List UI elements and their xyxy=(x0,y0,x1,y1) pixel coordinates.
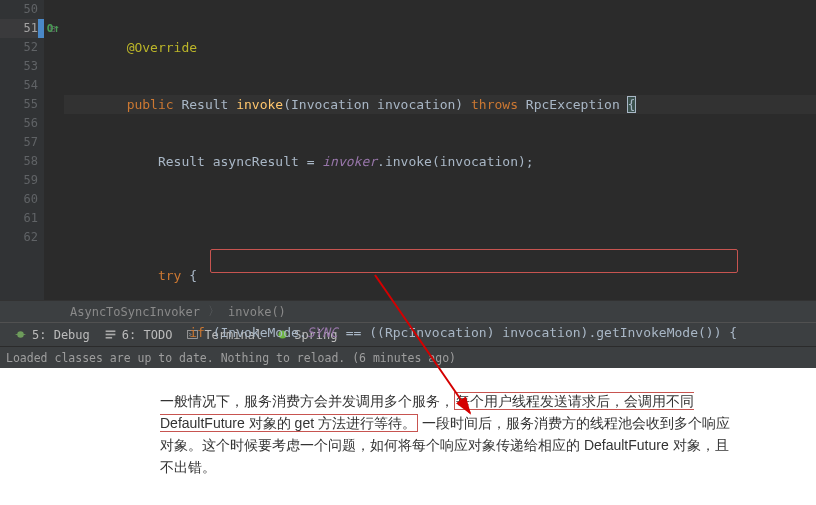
line-number: 62 xyxy=(0,228,38,247)
line-number: 59 xyxy=(0,171,38,190)
line-number: 54 xyxy=(0,76,38,95)
line-number: 57 xyxy=(0,133,38,152)
svg-point-0 xyxy=(17,331,24,338)
line-number: 56 xyxy=(0,114,38,133)
line-number: 51 xyxy=(0,19,38,38)
annotation: @Override xyxy=(127,40,197,55)
line-gutter: 50 51 52 53 54 55 56 57 58 59 60 61 62 O… xyxy=(0,0,44,300)
line-number: 52 xyxy=(0,38,38,57)
line-number: 55 xyxy=(0,95,38,114)
vcs-change-marker xyxy=(38,19,44,38)
explanation-text: 一般情况下，服务消费方会并发调用多个服务，每个用户线程发送请求后，会调用不同 D… xyxy=(160,390,730,478)
line-number: 58 xyxy=(0,152,38,171)
line-number: 50 xyxy=(0,0,38,19)
explanation-panel: 一般情况下，服务消费方会并发调用多个服务，每个用户线程发送请求后，会调用不同 D… xyxy=(0,368,816,505)
line-number: 53 xyxy=(0,57,38,76)
bug-icon xyxy=(14,328,27,341)
code-editor[interactable]: 50 51 52 53 54 55 56 57 58 59 60 61 62 O… xyxy=(0,0,816,300)
line-number: 60 xyxy=(0,190,38,209)
line-number: 61 xyxy=(0,209,38,228)
fold-column[interactable]: ⊟ xyxy=(44,0,62,300)
override-gutter-icon[interactable]: O↑ xyxy=(47,19,60,38)
code-content[interactable]: @Override public Result invoke(Invocatio… xyxy=(62,0,816,300)
